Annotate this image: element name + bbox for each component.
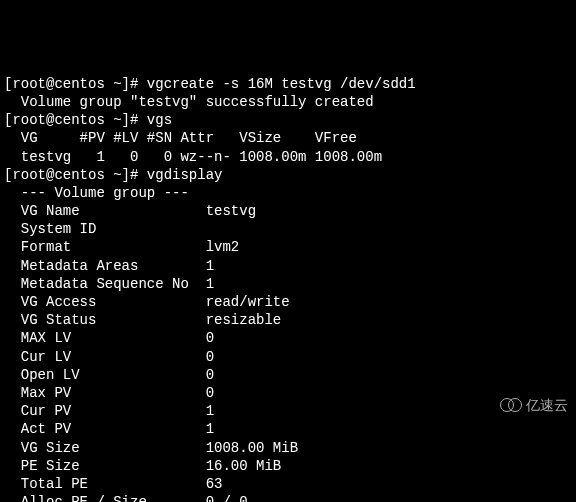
vgs-row: testvg 1 0 0 wz--n- 1008.00m 1008.00m (4, 149, 382, 165)
watermark-logo-icon (500, 398, 522, 412)
vgdisplay-header: --- Volume group --- (4, 185, 189, 201)
command-vgdisplay: vgdisplay (147, 167, 223, 183)
watermark: 亿速云 (500, 396, 568, 414)
output-vgcreate: Volume group "testvg" successfully creat… (4, 94, 374, 110)
terminal-output[interactable]: [root@centos ~]# vgcreate -s 16M testvg … (0, 73, 576, 502)
watermark-text: 亿速云 (526, 396, 568, 414)
command-vgs: vgs (147, 112, 172, 128)
prompt: [root@centos ~]# (4, 76, 147, 92)
vgdisplay-rows: VG Name testvg System ID Format lvm2 Met… (4, 202, 572, 502)
command-vgcreate: vgcreate -s 16M testvg /dev/sdd1 (147, 76, 416, 92)
prompt: [root@centos ~]# (4, 112, 147, 128)
vgs-header: VG #PV #LV #SN Attr VSize VFree (4, 130, 357, 146)
prompt: [root@centos ~]# (4, 167, 147, 183)
